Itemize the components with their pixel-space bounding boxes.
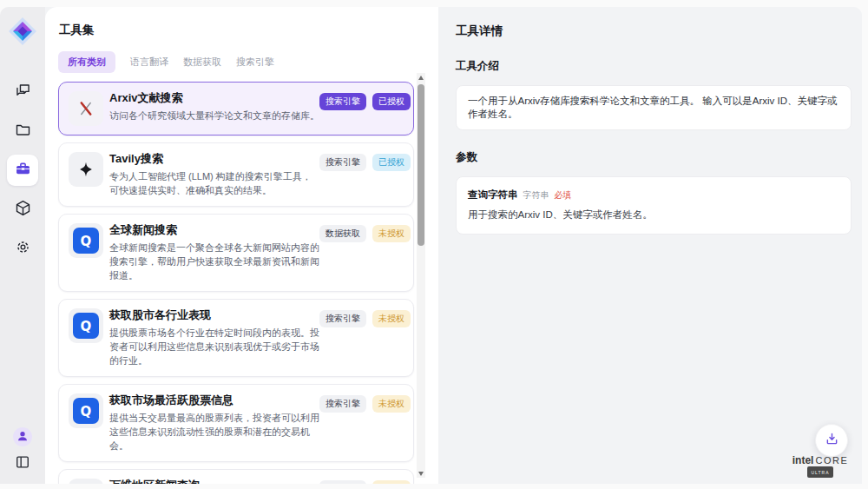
chat-bubbles-icon: [14, 82, 32, 102]
tool-card-description: 提供当天交易量最高的股票列表，投资者可以利用这些信息来识别流动性强的股票和潜在的…: [109, 411, 319, 453]
tool-card-list: Arxiv文献搜索 访问各个研究领域大量科学论文和文章的存储库。 搜索引擎 已授…: [58, 82, 414, 484]
tool-card-description: 提供股票市场各个行业在特定时间段内的表现。投资者可以利用这些信息来识别表现优于或…: [109, 326, 319, 367]
tool-card-tavily[interactable]: Tavily搜索 专为人工智能代理 (LLM) 构建的搜索引擎工具，可快速提供实…: [58, 142, 414, 207]
tab-search-engine[interactable]: 搜索引擎: [236, 51, 274, 73]
desktop-background: 工具集 所有类别 语言翻译 数据获取 搜索引擎 Arxiv文献搜索: [0, 0, 868, 489]
tool-card-arxiv[interactable]: Arxiv文献搜索 访问各个研究领域大量科学论文和文章的存储库。 搜索引擎 已授…: [58, 82, 414, 135]
scroll-down-arrow-icon[interactable]: [417, 469, 425, 478]
tool-card-description: 专为人工智能代理 (LLM) 构建的搜索引擎工具，可快速提供实时、准确和真实的结…: [109, 169, 319, 197]
nav-settings-button[interactable]: [7, 233, 38, 264]
user-avatar-button[interactable]: [13, 427, 32, 446]
gear-icon: [14, 238, 32, 259]
tool-card-description: 全球新闻搜索是一个聚合全球各大新闻网站内容的搜索引擎，帮助用户快速获取全球最新资…: [109, 241, 319, 282]
intro-heading: 工具介绍: [456, 59, 852, 74]
auth-status-badge: 未授权: [372, 310, 411, 327]
tab-data-fetch[interactable]: 数据获取: [183, 51, 221, 73]
nav-chat-button[interactable]: [7, 76, 38, 108]
category-badge: 搜索引擎: [319, 480, 366, 484]
tool-card-title: 获取市场最活跃股票信息: [109, 393, 319, 407]
panel-layout-icon: [14, 453, 31, 473]
nav-models-button[interactable]: [7, 194, 38, 225]
auth-status-badge: 未授权: [372, 480, 411, 484]
nav-toolbox-button[interactable]: [7, 155, 38, 186]
auth-status-badge: 已授权: [372, 93, 411, 110]
ultra-brand-badge: ULTRA: [807, 466, 832, 478]
svg-text:Q: Q: [81, 404, 92, 420]
tool-card-global-news[interactable]: Q 全球新闻搜索 全球新闻搜索是一个聚合全球各大新闻网站内容的搜索引擎，帮助用户…: [58, 214, 414, 292]
sidebar-bottom: [0, 427, 45, 473]
parameter-type: 字符串: [523, 189, 549, 202]
download-button[interactable]: [815, 424, 848, 457]
tool-card-title: Tavily搜索: [109, 152, 319, 166]
category-tabs: 所有类别 语言翻译 数据获取 搜索引擎: [58, 51, 438, 73]
blue-q-logo-icon: Q: [69, 308, 103, 343]
auth-status-badge: 未授权: [372, 225, 411, 242]
parameter-name: 查询字符串: [468, 188, 518, 202]
tool-intro-text: 一个用于从Arxiv存储库搜索科学论文和文章的工具。 输入可以是Arxiv ID…: [456, 85, 852, 130]
category-badge: 搜索引擎: [319, 395, 366, 413]
tool-card-title: 获取股市各行业表现: [109, 308, 319, 322]
scrollbar-thumb[interactable]: [418, 84, 424, 246]
sparkle-star-icon: [69, 152, 103, 187]
left-sidebar: [0, 7, 45, 484]
params-heading: 参数: [456, 150, 852, 165]
category-badge: 搜索引擎: [319, 93, 366, 110]
details-title: 工具详情: [456, 23, 852, 39]
category-badge: 搜索引擎: [319, 310, 366, 327]
core-brand-text: core: [815, 456, 848, 465]
auth-status-badge: 已授权: [372, 154, 411, 171]
intel-brand-text: intel: [792, 456, 814, 465]
tool-card-title: Arxiv文献搜索: [109, 91, 319, 105]
category-badge: 搜索引擎: [319, 154, 366, 171]
user-avatar-icon: [16, 429, 30, 446]
nav-files-button[interactable]: [7, 116, 38, 147]
tool-card-title: 万维地区新闻查询: [109, 479, 319, 484]
parameter-description: 用于搜索的Arxiv ID、关键字或作者姓名。: [468, 208, 839, 221]
tool-card-description: 访问各个研究领域大量科学论文和文章的存储库。: [109, 109, 319, 122]
sidebar-nav: [7, 76, 38, 264]
blue-q-logo-icon: Q: [69, 393, 103, 428]
scroll-up-arrow-icon[interactable]: [417, 73, 425, 82]
svg-text:Q: Q: [81, 319, 92, 334]
app-window: 工具集 所有类别 语言翻译 数据获取 搜索引擎 Arxiv文献搜索: [0, 7, 862, 484]
app-logo-icon: [7, 16, 38, 47]
newspaper-icon: [69, 479, 103, 484]
parameter-card: 查询字符串 字符串 必填 用于搜索的Arxiv ID、关键字或作者姓名。: [456, 176, 852, 235]
cube-icon: [14, 199, 32, 220]
svg-text:Q: Q: [81, 234, 92, 249]
tool-card-sector-performance[interactable]: Q 获取股市各行业表现 提供股票市场各个行业在特定时间段内的表现。投资者可以利用…: [58, 299, 414, 377]
tab-all-categories[interactable]: 所有类别: [58, 51, 115, 73]
arxiv-x-logo-icon: [69, 91, 103, 126]
folder-icon: [14, 121, 32, 142]
page-title: 工具集: [59, 23, 438, 38]
blue-q-logo-icon: Q: [69, 223, 103, 258]
category-badge: 数据获取: [319, 225, 366, 242]
tool-details-panel: 工具详情 工具介绍 一个用于从Arxiv存储库搜索科学论文和文章的工具。 输入可…: [438, 7, 862, 484]
list-scrollbar[interactable]: [417, 73, 425, 478]
tab-translation[interactable]: 语言翻译: [130, 51, 168, 73]
tool-card-title: 全球新闻搜索: [109, 223, 319, 237]
intel-core-logo: intel core ULTRA: [787, 455, 853, 478]
toolbox-icon: [14, 160, 32, 181]
tool-card-regional-news[interactable]: 万维地区新闻查询 查询具体行政区划内的新闻，快速了解各地新闻动 搜索引擎 未授权: [58, 469, 414, 484]
tools-panel: 工具集 所有类别 语言翻译 数据获取 搜索引擎 Arxiv文献搜索: [45, 7, 438, 484]
download-icon: [824, 431, 840, 450]
parameter-required-label: 必填: [555, 189, 572, 202]
toggle-panel-button[interactable]: [12, 453, 33, 473]
auth-status-badge: 未授权: [372, 395, 411, 413]
tool-card-most-active-stocks[interactable]: Q 获取市场最活跃股票信息 提供当天交易量最高的股票列表，投资者可以利用这些信息…: [58, 384, 414, 462]
